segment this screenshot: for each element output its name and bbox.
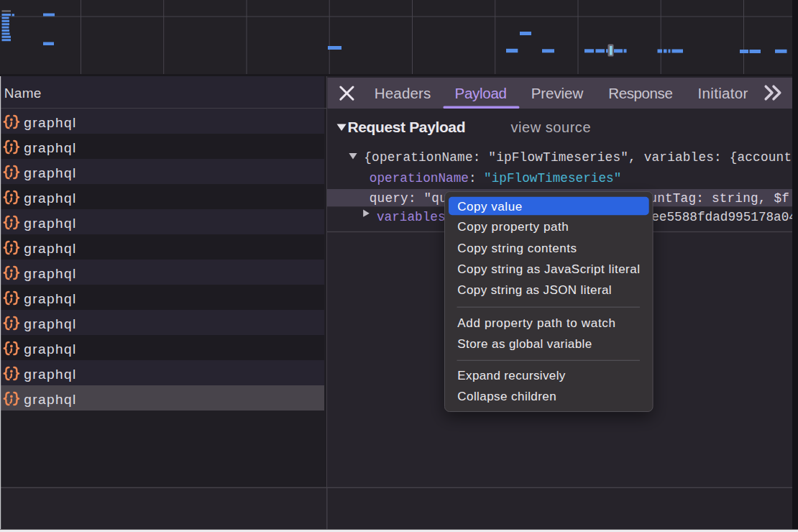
svg-text:Copy value: Copy value: [457, 200, 522, 214]
svg-text:Add property path to watch: Add property path to watch: [457, 316, 615, 330]
svg-text:Name: Name: [4, 86, 42, 101]
svg-text:Request Payload: Request Payload: [348, 119, 466, 135]
svg-text:Copy property path: Copy property path: [457, 220, 569, 234]
svg-text:variables: variables: [377, 210, 446, 224]
svg-text:Initiator: Initiator: [698, 85, 748, 101]
svg-text:"ipFlowTimeseries": "ipFlowTimeseries": [484, 171, 621, 185]
svg-text:Copy string as JavaScript lite: Copy string as JavaScript literal: [457, 262, 640, 276]
svg-text:{operationName: "ipFlowTimeser: {operationName: "ipFlowTimeseries", vari…: [364, 150, 792, 165]
svg-text::: :: [469, 171, 477, 185]
svg-text:Collapse children: Collapse children: [457, 390, 556, 403]
svg-text:Headers: Headers: [375, 85, 431, 101]
svg-text:Copy string contents: Copy string contents: [457, 242, 577, 255]
svg-text:Store as global variable: Store as global variable: [457, 337, 592, 351]
svg-text:operationName: operationName: [370, 171, 469, 185]
svg-text:Expand recursively: Expand recursively: [457, 369, 566, 382]
svg-text:Copy string as JSON literal: Copy string as JSON literal: [457, 283, 611, 297]
svg-text:Payload: Payload: [455, 85, 507, 101]
svg-text:view source: view source: [511, 119, 591, 135]
svg-text:Response: Response: [608, 85, 673, 101]
svg-text:Preview: Preview: [531, 85, 584, 101]
